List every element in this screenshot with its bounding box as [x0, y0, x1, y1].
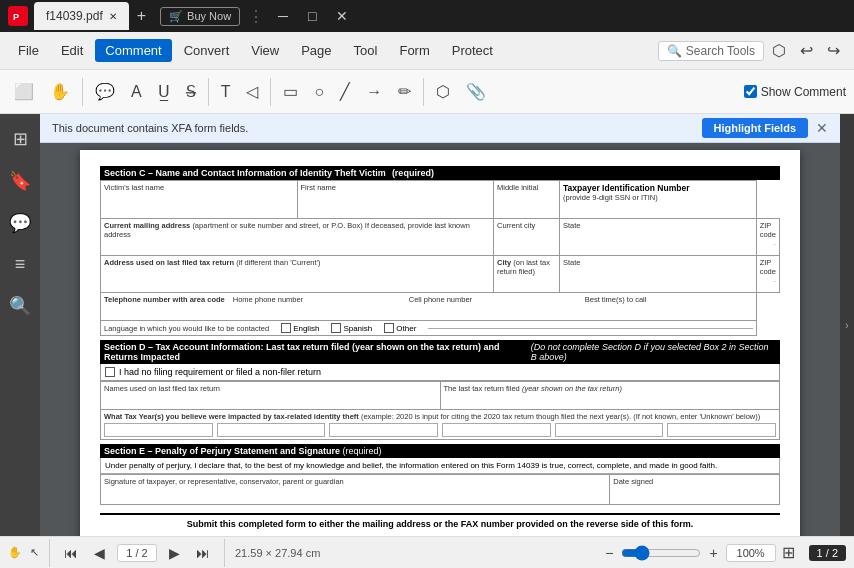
names-last-return-field[interactable]: [104, 393, 437, 407]
english-checkbox[interactable]: [281, 323, 291, 333]
signature-field[interactable]: [104, 486, 606, 502]
date-signed-field[interactable]: [613, 486, 776, 502]
first-name-label: First name: [301, 183, 490, 192]
callout-button[interactable]: ◁: [240, 78, 264, 105]
date-signed-label: Date signed: [613, 477, 776, 486]
show-comment-checkbox[interactable]: [744, 85, 757, 98]
taxpayer-id-note: (provide 9-digit SSN or ITIN): [563, 193, 753, 202]
pan-tool-icon[interactable]: ✋: [8, 546, 22, 559]
middle-initial-cell: Middle initial: [493, 181, 559, 219]
zoom-out-button[interactable]: −: [601, 543, 617, 563]
minimize-button[interactable]: ─: [272, 6, 294, 26]
sidebar-page-icon[interactable]: ⊞: [7, 122, 34, 156]
impacted-field-4[interactable]: [442, 423, 551, 437]
cursor-tool-icon[interactable]: ↖: [30, 546, 39, 559]
show-comment-toggle[interactable]: Show Comment: [744, 85, 846, 99]
highlight-button[interactable]: A: [125, 79, 148, 105]
sidebar-bookmark-icon[interactable]: 🔖: [3, 164, 37, 198]
hand-tool-button[interactable]: ✋: [44, 78, 76, 105]
right-sidebar-toggle[interactable]: ›: [840, 114, 854, 536]
zoom-slider[interactable]: [621, 545, 701, 561]
new-tab-button[interactable]: +: [131, 5, 152, 27]
names-last-return-label: Names used on last filed tax return: [104, 384, 437, 393]
first-name-field[interactable]: [301, 192, 490, 206]
menu-page[interactable]: Page: [291, 39, 341, 62]
sticky-note-button[interactable]: 💬: [89, 78, 121, 105]
app-icon: P: [8, 6, 28, 26]
other-checkbox[interactable]: [384, 323, 394, 333]
best-times-field[interactable]: [585, 304, 753, 318]
menu-tool[interactable]: Tool: [344, 39, 388, 62]
home-phone-col: Home phone number: [233, 295, 401, 318]
text-box-button[interactable]: T: [215, 79, 237, 105]
pdf-tab[interactable]: f14039.pdf ✕: [34, 2, 129, 30]
zoom-in-button[interactable]: +: [705, 543, 721, 563]
section-e-content: Under penalty of perjury, I declare that…: [100, 458, 780, 474]
first-page-button[interactable]: ⏮: [60, 543, 82, 563]
prev-address-field[interactable]: [104, 267, 490, 281]
highlight-fields-button[interactable]: Highlight Fields: [702, 118, 809, 138]
prev-page-button[interactable]: ◀: [90, 543, 109, 563]
cell-phone-field[interactable]: [409, 304, 577, 318]
oval-button[interactable]: ○: [308, 79, 330, 105]
line-button[interactable]: ╱: [334, 78, 356, 105]
impacted-field-3[interactable]: [329, 423, 438, 437]
impacted-field-6[interactable]: [667, 423, 776, 437]
zip-field-1[interactable]: -: [760, 239, 776, 253]
last-return-field[interactable]: [444, 393, 777, 407]
undo-button[interactable]: ↩: [794, 37, 819, 64]
menu-protect[interactable]: Protect: [442, 39, 503, 62]
prev-city-field[interactable]: [497, 276, 556, 290]
last-page-button[interactable]: ⏭: [192, 543, 214, 563]
last-name-label: Victim's last name: [104, 183, 294, 192]
menu-comment[interactable]: Comment: [95, 39, 171, 62]
current-city-field[interactable]: [497, 230, 556, 244]
no-filing-checkbox[interactable]: [105, 367, 115, 377]
language-cell: Language in which you would like to be c…: [101, 321, 757, 336]
menu-convert[interactable]: Convert: [174, 39, 240, 62]
mailing-address-field[interactable]: [104, 239, 490, 253]
rectangle-button[interactable]: ▭: [277, 78, 304, 105]
buy-now-button[interactable]: 🛒 Buy Now: [160, 7, 240, 26]
search-tools[interactable]: 🔍 Search Tools: [658, 41, 764, 61]
redo-button[interactable]: ↪: [821, 37, 846, 64]
last-name-field[interactable]: [104, 192, 294, 206]
fit-page-button[interactable]: ⊞: [780, 541, 797, 564]
impacted-field-2[interactable]: [217, 423, 326, 437]
impacted-field-5[interactable]: [555, 423, 664, 437]
close-button[interactable]: ✕: [330, 6, 354, 26]
underline-button[interactable]: U̲: [152, 78, 176, 105]
sidebar-search-icon[interactable]: 🔍: [3, 289, 37, 323]
page-number-display[interactable]: 1 / 2: [117, 544, 157, 562]
taxpayer-id-field[interactable]: [563, 202, 753, 216]
zoom-percent-display[interactable]: 100%: [726, 544, 776, 562]
arrow-button[interactable]: →: [360, 79, 388, 105]
sidebar-comment-icon[interactable]: 💬: [3, 206, 37, 240]
home-phone-field[interactable]: [233, 304, 401, 318]
menu-view[interactable]: View: [241, 39, 289, 62]
zip-field-2[interactable]: -: [760, 276, 776, 290]
attach-button[interactable]: 📎: [460, 78, 492, 105]
sidebar-layers-icon[interactable]: ≡: [9, 248, 32, 281]
menu-edit[interactable]: Edit: [51, 39, 93, 62]
menu-form[interactable]: Form: [389, 39, 439, 62]
page-size-label: 21.59 × 27.94 cm: [235, 547, 320, 559]
state-field-1[interactable]: [563, 230, 753, 244]
select-button[interactable]: ⬜: [8, 78, 40, 105]
state-field-2[interactable]: [563, 267, 753, 281]
external-link-button[interactable]: ⬡: [766, 37, 792, 64]
middle-initial-field[interactable]: [497, 192, 556, 206]
spanish-checkbox[interactable]: [331, 323, 341, 333]
pencil-button[interactable]: ✏: [392, 78, 417, 105]
stamp-button[interactable]: ⬡: [430, 78, 456, 105]
notification-close-button[interactable]: ✕: [816, 120, 828, 136]
section-e-signature-table: Signature of taxpayer, or representative…: [100, 474, 780, 505]
names-last-return-cell: Names used on last filed tax return: [101, 382, 441, 410]
impacted-field-1[interactable]: [104, 423, 213, 437]
strikeout-button[interactable]: S̶: [180, 78, 202, 105]
menu-file[interactable]: File: [8, 39, 49, 62]
maximize-button[interactable]: □: [302, 6, 322, 26]
tab-close-button[interactable]: ✕: [109, 11, 117, 22]
document-area[interactable]: This document contains XFA form fields. …: [40, 114, 840, 536]
next-page-button[interactable]: ▶: [165, 543, 184, 563]
